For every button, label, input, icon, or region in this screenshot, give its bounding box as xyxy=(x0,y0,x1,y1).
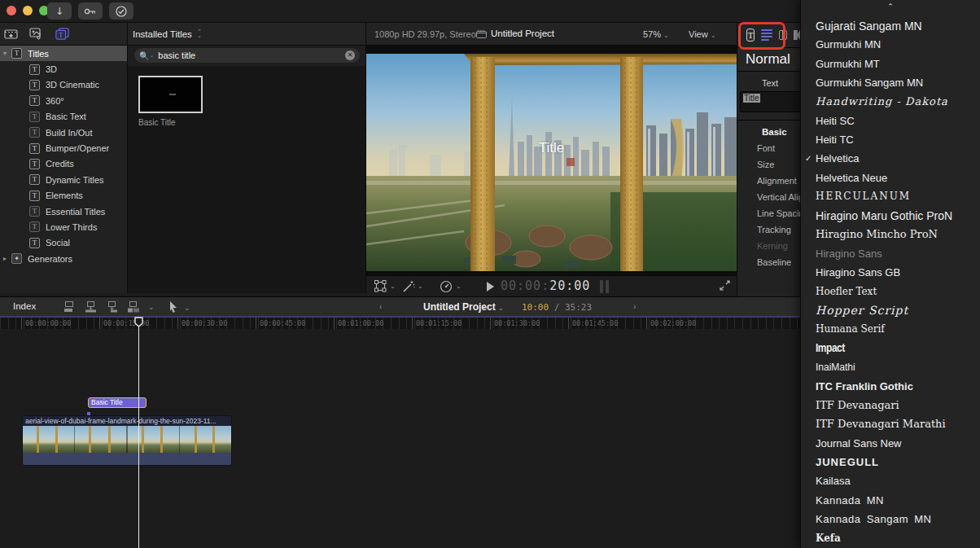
font-menu-item[interactable]: Heiti TC xyxy=(801,130,980,149)
append-edit-icon[interactable] xyxy=(106,300,119,313)
close-window-button[interactable] xyxy=(7,6,16,15)
viewer-zoom-select[interactable]: 57% xyxy=(643,29,669,39)
font-menu-item[interactable]: Hiragino Mincho ProN xyxy=(801,225,980,243)
clear-search-button[interactable]: ✕ xyxy=(345,50,355,60)
sidebar-item[interactable]: T Lower Thirds xyxy=(0,219,127,235)
font-menu-item[interactable]: Kannada Sangam MN xyxy=(801,510,980,528)
font-menu-item[interactable]: Hoefler Text xyxy=(801,282,980,300)
playhead-marker-icon[interactable] xyxy=(134,317,143,327)
font-menu-item[interactable]: Hiragino Sans xyxy=(801,244,980,263)
next-project-chevron[interactable]: › xyxy=(633,302,636,311)
sidebar-item[interactable]: T Essential Titles xyxy=(0,204,127,219)
font-menu-item[interactable]: Journal Sans New xyxy=(801,434,980,453)
inspector-row[interactable]: Vertical Alig xyxy=(737,189,800,205)
font-menu-item[interactable]: Hiragino Sans GB xyxy=(801,263,980,282)
font-menu-item[interactable]: InaiMathi xyxy=(801,357,980,376)
font-menu-item[interactable]: Hopper Script xyxy=(801,300,980,319)
check-button[interactable] xyxy=(109,2,133,20)
basic-section-header[interactable]: Basic xyxy=(737,121,800,140)
overwrite-edit-icon[interactable] xyxy=(127,300,140,313)
disclosure-caret-icon[interactable]: ▸ xyxy=(3,255,11,262)
font-menu-item[interactable]: Kannada MN xyxy=(801,490,980,509)
font-menu-item[interactable]: Humana Serif xyxy=(801,320,980,339)
index-button[interactable]: Index xyxy=(13,301,36,311)
search-input[interactable]: 🔍 basic title ✕ xyxy=(134,48,360,63)
edit-options-chevron-icon[interactable] xyxy=(148,303,155,311)
inspector-row[interactable]: Size xyxy=(737,156,800,173)
inspector-row[interactable]: Baseline xyxy=(737,254,800,270)
play-button[interactable] xyxy=(487,282,494,292)
playhead-line[interactable] xyxy=(138,317,139,548)
sidebar-item[interactable]: T Elements xyxy=(0,188,127,204)
sidebar-item[interactable]: T Social xyxy=(0,235,127,251)
font-menu-item[interactable]: Gurmukhi Sangam MN xyxy=(801,73,980,92)
connect-edit-icon[interactable] xyxy=(63,300,77,313)
photos-audio-browser-button[interactable] xyxy=(29,27,43,40)
installed-titles-popup[interactable]: Installed Titles xyxy=(133,29,192,39)
inspector-row[interactable]: Kerning xyxy=(737,238,800,254)
font-menu-item[interactable]: Hiragino Maru Gothic ProN xyxy=(801,206,980,225)
text-preset-popup[interactable]: Normal xyxy=(737,47,800,72)
pointer-tool-button[interactable] xyxy=(168,300,179,317)
inspector-row[interactable]: Tracking xyxy=(737,221,800,238)
font-menu-item[interactable]: ✓ Helvetica xyxy=(801,149,980,168)
sidebar-item[interactable]: T 3D xyxy=(0,61,127,77)
search-scope-chevron-icon[interactable] xyxy=(149,52,154,59)
timeline-ruler[interactable]: 00:00:00:0000:00:15:0000:00:30:0000:00:4… xyxy=(0,316,800,329)
search-value[interactable]: basic title xyxy=(158,50,345,60)
font-menu-item[interactable]: ITF Devanagari xyxy=(801,396,980,414)
font-menu-item[interactable]: Kefa xyxy=(801,528,980,547)
viewer-canvas[interactable]: Title xyxy=(366,46,737,275)
inspector-row[interactable]: Alignment xyxy=(737,173,800,189)
audio-inspector-tab-icon[interactable] xyxy=(794,30,800,40)
font-menu-item[interactable]: Gujarati Sangam MN xyxy=(801,16,980,35)
titles-generators-browser-button[interactable]: T xyxy=(55,27,69,40)
previous-project-chevron[interactable]: ‹ xyxy=(379,302,382,311)
inspector-row[interactable]: Font xyxy=(737,140,800,156)
sidebar-item[interactable]: T Dynamic Titles xyxy=(0,172,127,187)
font-menu-item[interactable]: ITF Devanagari Marathi xyxy=(801,414,980,433)
font-menu-item[interactable]: Impact xyxy=(801,339,980,357)
font-menu-item[interactable]: Handwriting - Dakota xyxy=(801,92,980,111)
minimize-window-button[interactable] xyxy=(23,6,33,15)
font-menu-item[interactable]: ITC Franklin Gothic xyxy=(801,377,980,396)
retime-icon[interactable] xyxy=(440,280,453,293)
title-text-field[interactable]: Title xyxy=(740,91,800,112)
inspector-row[interactable]: Line Spacin xyxy=(737,205,800,221)
timeline-project-popup[interactable]: Untitled Project xyxy=(423,301,504,313)
font-menu-item[interactable]: Gurmukhi MT xyxy=(801,55,980,73)
tool-chevron-icon[interactable] xyxy=(184,304,190,312)
effects-browser-button[interactable] xyxy=(4,27,18,40)
font-menu-item[interactable]: JUNEGULL xyxy=(801,453,980,471)
transform-chevron-icon[interactable] xyxy=(390,283,396,290)
sidebar-item[interactable]: T 3D Cinematic xyxy=(0,77,127,93)
key-button[interactable] xyxy=(78,2,103,20)
sidebar-item[interactable]: ▾ T Titles xyxy=(0,46,127,61)
scroll-up-arrow-icon[interactable]: ⌃ xyxy=(801,0,980,11)
video-clip[interactable]: aerial-view-of-dubai-frame-landmark-duri… xyxy=(22,415,232,466)
font-menu-item[interactable]: Helvetica Neue xyxy=(801,168,980,186)
sidebar-item[interactable]: T Credits xyxy=(0,156,127,172)
effects-wand-icon[interactable] xyxy=(402,280,415,293)
title-text-overlay[interactable]: Title xyxy=(366,140,737,156)
fullscreen-expand-icon[interactable] xyxy=(720,280,730,291)
timeline-area[interactable]: 00:00:00:0000:00:15:0000:00:30:0000:00:4… xyxy=(0,316,800,548)
viewer-view-select[interactable]: View xyxy=(689,29,715,39)
transform-tool-icon[interactable] xyxy=(374,280,387,292)
insert-edit-icon[interactable] xyxy=(85,300,98,313)
updown-chevrons-icon[interactable]: ⌃⌄ xyxy=(197,30,202,37)
disclosure-caret-icon[interactable]: ▾ xyxy=(3,50,11,57)
font-menu-item[interactable]: HERCULANUM xyxy=(801,187,980,206)
effects-chevron-icon[interactable] xyxy=(418,283,423,290)
sidebar-item[interactable]: T 360° xyxy=(0,93,127,108)
retime-chevron-icon[interactable] xyxy=(456,283,462,290)
download-button[interactable]: ↓ xyxy=(47,2,72,20)
sidebar-item[interactable]: ▸ ✦ Generators xyxy=(0,251,127,266)
font-menu-item[interactable]: Kailasa xyxy=(801,471,980,490)
font-menu-item[interactable]: Heiti SC xyxy=(801,111,980,129)
font-menu-item[interactable]: Gurmukhi MN xyxy=(801,35,980,54)
sidebar-item[interactable]: T Basic Text xyxy=(0,109,127,125)
sidebar-item[interactable]: T Bumper/Opener xyxy=(0,140,127,156)
sidebar-item[interactable]: T Build In/Out xyxy=(0,125,127,140)
basic-title-thumbnail[interactable] xyxy=(138,76,203,113)
